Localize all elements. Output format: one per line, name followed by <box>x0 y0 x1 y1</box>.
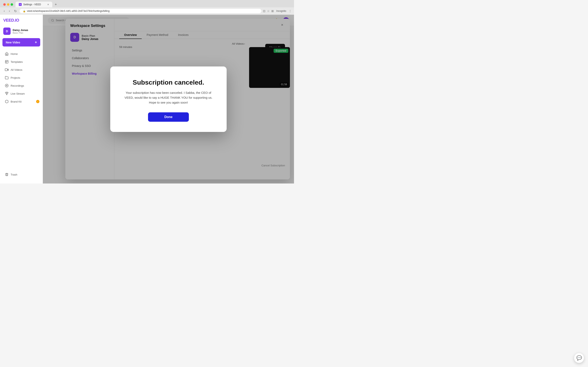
logo-text: VEED.IO <box>3 18 19 22</box>
home-icon <box>5 52 9 56</box>
app-logo: VEED.IO <box>0 18 43 26</box>
active-tab[interactable]: V Settings - VEED × <box>16 2 52 7</box>
maximize-window-dot[interactable] <box>11 3 13 6</box>
svg-point-5 <box>7 94 7 95</box>
cancel-modal-body: Your subscription has now been canceled.… <box>122 90 214 105</box>
sidebar-item-recordings[interactable]: Recordings <box>2 82 41 90</box>
incognito-label: Incognito <box>276 9 287 12</box>
browser-chrome: V Settings - VEED × + ‹ › ↻ 🔒 veed.io/wo… <box>0 0 294 15</box>
address-bar-row: ‹ › ↻ 🔒 veed.io/workspaces/22ce6d2f-38c5… <box>0 7 294 15</box>
extensions-icon[interactable]: ⊞ <box>271 9 274 13</box>
tab-close-button[interactable]: × <box>47 3 49 6</box>
sidebar-item-label: Projects <box>11 76 20 79</box>
sidebar-item-home[interactable]: Home <box>2 50 41 58</box>
window-controls <box>2 3 15 6</box>
sidebar-bottom: Trash <box>0 169 43 180</box>
modal-overlay: Subscription canceled. Your subscription… <box>43 15 294 184</box>
close-window-dot[interactable] <box>3 3 6 6</box>
sidebar-item-label: Live Stream <box>11 92 25 95</box>
tab-title: Settings - VEED <box>23 3 41 6</box>
template-icon <box>5 60 9 64</box>
browser-actions: ⊡ ☆ ⊞ Incognito ⋮ <box>263 9 292 13</box>
forward-button[interactable]: › <box>8 9 11 13</box>
lightning-icon: ⚡ <box>36 100 39 103</box>
done-button[interactable]: Done <box>148 112 189 122</box>
screen-capture-icon[interactable]: ⊡ <box>263 9 265 13</box>
bookmark-icon[interactable]: ☆ <box>267 9 270 13</box>
sidebar-item-brand-kit[interactable]: Brand Kit ⚡ <box>2 98 41 105</box>
brand-badge: ⚡ <box>36 100 39 103</box>
user-details: Daisy Jonas Basic Plan <box>13 29 28 34</box>
livestream-icon <box>5 92 9 95</box>
address-bar[interactable]: 🔒 veed.io/workspaces/22ce6d2f-38c5-4df1-… <box>20 9 261 13</box>
user-name: Daisy Jonas <box>13 29 28 32</box>
sidebar-item-all-videos[interactable]: All Videos <box>2 66 41 74</box>
subscription-canceled-modal: Subscription canceled. Your subscription… <box>110 67 227 132</box>
svg-point-3 <box>5 84 8 87</box>
user-plan: Basic Plan <box>13 32 28 34</box>
sidebar-item-live-stream[interactable]: Live Stream <box>2 90 41 98</box>
svg-point-4 <box>6 85 7 86</box>
main-content: Invite ? 🔔 A2 Workspace Settings <box>43 15 294 184</box>
new-video-button[interactable]: New Video + <box>2 38 40 47</box>
recording-icon <box>5 84 9 87</box>
minimize-window-dot[interactable] <box>7 3 9 6</box>
trash-icon <box>5 173 9 176</box>
sidebar: VEED.IO D Daisy Jonas Basic Plan New Vid… <box>0 15 43 184</box>
svg-rect-0 <box>5 60 8 63</box>
user-avatar: D <box>3 27 11 35</box>
brand-icon <box>5 100 9 103</box>
menu-button[interactable]: ⋮ <box>289 9 292 13</box>
sidebar-item-trash[interactable]: Trash <box>2 171 41 178</box>
sidebar-item-templates[interactable]: Templates <box>2 58 41 66</box>
svg-rect-2 <box>5 69 7 71</box>
sidebar-item-projects[interactable]: Projects <box>2 74 41 82</box>
back-button[interactable]: ‹ <box>2 9 6 13</box>
browser-tabs: V Settings - VEED × + <box>0 0 294 7</box>
refresh-button[interactable]: ↻ <box>13 9 18 13</box>
user-initial: D <box>6 30 8 33</box>
new-video-label: New Video <box>6 41 20 44</box>
lock-icon: 🔒 <box>23 10 26 12</box>
sidebar-nav: Home Templates All Videos Projects Recor… <box>0 50 43 169</box>
svg-marker-1 <box>7 69 8 71</box>
plus-icon: + <box>35 40 37 44</box>
sidebar-item-label: Templates <box>11 60 23 63</box>
address-text: veed.io/workspaces/22ce6d2f-38c5-4df1-a8… <box>27 9 110 12</box>
sidebar-item-label: Brand Kit <box>11 100 21 103</box>
sidebar-item-label: All Videos <box>11 68 22 71</box>
app-container: VEED.IO D Daisy Jonas Basic Plan New Vid… <box>0 15 294 184</box>
done-label: Done <box>164 115 173 119</box>
new-tab-button[interactable]: + <box>53 2 59 7</box>
video-icon <box>5 68 9 72</box>
cancel-modal-title: Subscription canceled. <box>122 79 214 86</box>
sidebar-item-label: Recordings <box>11 84 24 87</box>
sidebar-item-label: Home <box>11 52 18 55</box>
trash-label: Trash <box>11 173 17 176</box>
user-info: D Daisy Jonas Basic Plan <box>0 26 43 38</box>
tab-favicon: V <box>19 3 22 6</box>
folder-icon <box>5 76 9 80</box>
